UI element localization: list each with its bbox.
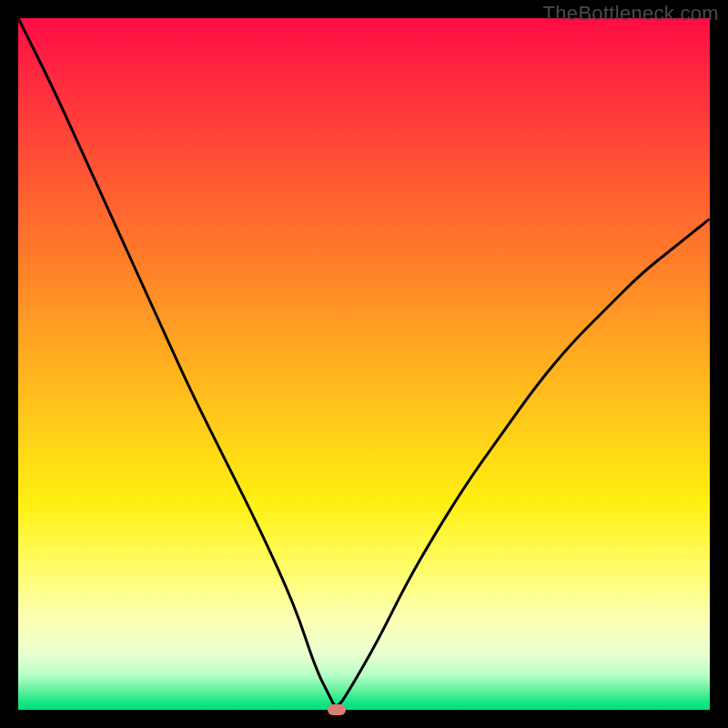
optimal-point-marker xyxy=(328,704,346,715)
watermark-text: TheBottleneck.com xyxy=(543,2,719,25)
bottleneck-curve-path xyxy=(18,18,710,705)
bottleneck-curve-svg xyxy=(18,18,710,710)
chart-container: TheBottleneck.com xyxy=(0,0,728,728)
